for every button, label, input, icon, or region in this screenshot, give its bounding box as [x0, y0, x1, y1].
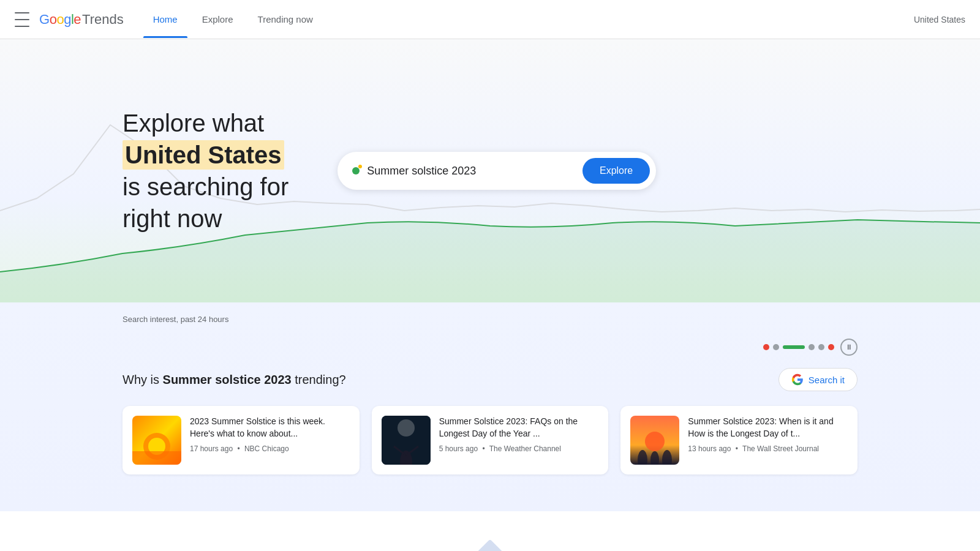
- logo-trends-text: Trends: [82, 12, 124, 28]
- news-card-2-title: Summer Solstice 2023: FAQs on the Longes…: [439, 416, 599, 440]
- nav-item-explore[interactable]: Explore: [192, 9, 243, 29]
- region-selector[interactable]: United States: [914, 15, 965, 24]
- indicator-dot-4[interactable]: [818, 344, 824, 350]
- news-card-3-title: Summer Solstice 2023: When is it and How…: [688, 416, 848, 440]
- thumbnail-sun-icon: [132, 416, 181, 465]
- pause-button[interactable]: ⏸: [840, 339, 858, 356]
- indicator-dot-3[interactable]: [809, 344, 815, 350]
- news-card-2-meta: 5 hours ago • The Weather Channel: [439, 444, 599, 453]
- meta-dot-3: •: [736, 444, 738, 453]
- hero-section: Explore what United States is searching …: [0, 39, 980, 302]
- hero-text: Explore what United States is searching …: [123, 107, 288, 234]
- logo[interactable]: Google Trends: [39, 12, 124, 28]
- news-card-3-source: The Wall Street Journal: [742, 444, 819, 453]
- news-card-1-body: 2023 Summer Solstice is this week. Here'…: [190, 416, 350, 453]
- logo-google-text: Google: [39, 12, 81, 28]
- search-input[interactable]: [367, 165, 575, 178]
- svg-point-4: [398, 419, 415, 437]
- indicator-dot-5[interactable]: [828, 344, 834, 350]
- dive-diamond-icon: [464, 539, 516, 551]
- news-card-1-time: 17 hours ago: [190, 444, 233, 453]
- google-g-icon: [791, 373, 804, 386]
- header-right: United States: [914, 15, 965, 24]
- news-thumbnail-2: [382, 416, 431, 465]
- hero-content: Explore what United States is searching …: [0, 70, 980, 271]
- header: Google Trends Home Explore Trending now …: [0, 0, 980, 39]
- pause-icon: ⏸: [845, 343, 853, 351]
- why-trending-row: Why is Summer solstice 2023 trending? Se…: [123, 368, 858, 391]
- news-card-1[interactable]: 2023 Summer Solstice is this week. Here'…: [123, 406, 360, 474]
- hero-search: Explore: [337, 152, 656, 190]
- meta-dot: •: [237, 444, 239, 453]
- news-card-1-title: 2023 Summer Solstice is this week. Here'…: [190, 416, 350, 440]
- news-card-2-source: The Weather Channel: [489, 444, 561, 453]
- hero-highlight: United States: [123, 140, 284, 170]
- meta-dot-2: •: [482, 444, 484, 453]
- explore-button[interactable]: Explore: [582, 158, 650, 184]
- carousel-indicators: ⏸: [763, 339, 858, 356]
- carousel-header: ⏸: [123, 339, 858, 356]
- news-card-3[interactable]: Summer Solstice 2023: When is it and How…: [620, 406, 858, 474]
- indicator-dot-1[interactable]: [763, 344, 769, 350]
- trending-section: Search interest, past 24 hours ⏸ Why is …: [0, 302, 980, 511]
- nav-item-home[interactable]: Home: [143, 9, 187, 29]
- search-it-button[interactable]: Search it: [778, 368, 858, 391]
- news-cards-container: 2023 Summer Solstice is this week. Here'…: [123, 406, 858, 474]
- news-card-3-body: Summer Solstice 2023: When is it and How…: [688, 416, 848, 453]
- thumbnail-silhouette-icon: [382, 416, 431, 465]
- hero-headline: Explore what United States is searching …: [123, 107, 288, 234]
- main-nav: Home Explore Trending now: [143, 9, 323, 29]
- news-card-2-time: 5 hours ago: [439, 444, 478, 453]
- indicator-dash[interactable]: [783, 345, 805, 349]
- news-card-2-body: Summer Solstice 2023: FAQs on the Longes…: [439, 416, 599, 453]
- news-card-3-meta: 13 hours ago • The Wall Street Journal: [688, 444, 848, 453]
- search-dot-icon: [352, 167, 360, 174]
- search-interest-label: Search interest, past 24 hours: [123, 302, 858, 339]
- news-thumbnail-1: [132, 416, 181, 465]
- menu-icon[interactable]: [15, 12, 29, 27]
- why-trending-text: Why is Summer solstice 2023 trending?: [123, 373, 346, 387]
- indicator-dot-2[interactable]: [773, 344, 779, 350]
- svg-point-9: [645, 432, 665, 451]
- thumbnail-sunset-icon: [630, 416, 679, 465]
- news-card-3-time: 13 hours ago: [688, 444, 731, 453]
- news-card-1-meta: 17 hours ago • NBC Chicago: [190, 444, 350, 453]
- news-card-1-source: NBC Chicago: [244, 444, 289, 453]
- search-box: Explore: [337, 152, 656, 190]
- dive-deeper-section: Dive deeper Explore issues and events in…: [0, 511, 980, 551]
- trending-topic: Summer solstice 2023: [163, 373, 292, 386]
- dive-diamond-container: [123, 548, 858, 551]
- search-it-label: Search it: [809, 375, 845, 385]
- news-card-2[interactable]: Summer Solstice 2023: FAQs on the Longes…: [372, 406, 609, 474]
- news-thumbnail-3: [630, 416, 679, 465]
- nav-item-trending[interactable]: Trending now: [248, 9, 323, 29]
- svg-rect-2: [132, 451, 181, 465]
